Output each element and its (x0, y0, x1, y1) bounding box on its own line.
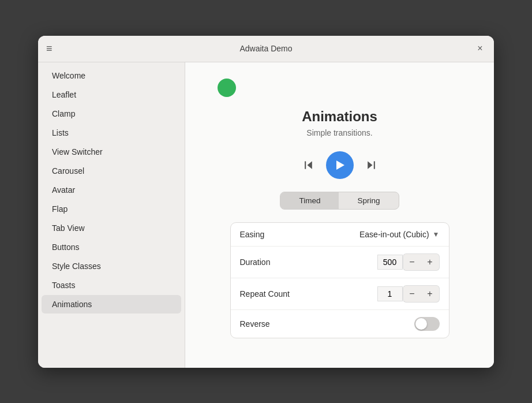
duration-label: Duration (240, 258, 377, 267)
easing-value: Ease-in-out (Cubic) (359, 230, 429, 239)
sidebar-item-tab-view[interactable]: Tab View (42, 219, 181, 237)
toggle-knob (415, 318, 427, 330)
reverse-row: Reverse (231, 310, 449, 338)
page-title: Animations (302, 109, 377, 125)
sidebar-item-view-switcher[interactable]: View Switcher (42, 143, 181, 161)
sidebar-item-animations[interactable]: Animations (42, 295, 181, 314)
animation-tabs: Timed Spring (280, 192, 399, 210)
easing-label: Easing (240, 230, 360, 239)
duration-decrement[interactable]: − (403, 253, 421, 271)
easing-dropdown[interactable]: Ease-in-out (Cubic) ▼ (359, 230, 440, 239)
svg-marker-2 (368, 161, 372, 169)
reverse-toggle[interactable] (414, 317, 440, 331)
easing-row: Easing Ease-in-out (Cubic) ▼ (231, 223, 449, 247)
close-button[interactable]: × (474, 43, 486, 54)
repeat-count-value: 1 (377, 286, 403, 301)
page-subtitle: Simple transitions. (306, 128, 372, 137)
repeat-count-row: Repeat Count 1 − + (231, 278, 449, 310)
duration-value: 500 (377, 255, 403, 270)
chevron-down-icon: ▼ (433, 230, 440, 238)
repeat-count-label: Repeat Count (240, 289, 377, 298)
repeat-count-stepper: 1 − + (377, 285, 440, 303)
sidebar-item-style-classes[interactable]: Style Classes (42, 257, 181, 275)
sidebar-item-lists[interactable]: Lists (42, 124, 181, 142)
player-controls (299, 151, 380, 179)
repeat-count-decrement[interactable]: − (403, 285, 421, 303)
skip-forward-button[interactable] (362, 156, 380, 174)
titlebar: ≡ Adwaita Demo × (38, 36, 494, 62)
repeat-count-increment[interactable]: + (421, 285, 440, 303)
main-panel: Animations Simple transitions. (185, 62, 494, 368)
skip-back-button[interactable] (299, 156, 318, 174)
sidebar-item-welcome[interactable]: Welcome (42, 66, 181, 85)
reverse-label: Reverse (240, 319, 414, 329)
settings-panel: Easing Ease-in-out (Cubic) ▼ Duration 50… (230, 222, 449, 338)
play-icon (336, 161, 344, 170)
titlebar-left: ≡ (46, 43, 53, 54)
sidebar-item-carousel[interactable]: Carousel (42, 162, 181, 180)
hamburger-icon[interactable]: ≡ (46, 43, 53, 54)
tab-spring[interactable]: Spring (339, 192, 398, 209)
sidebar-item-buttons[interactable]: Buttons (42, 238, 181, 256)
sidebar-item-clamp[interactable]: Clamp (42, 105, 181, 123)
duration-increment[interactable]: + (421, 253, 440, 271)
tab-timed[interactable]: Timed (280, 192, 339, 209)
app-window: ≡ Adwaita Demo × WelcomeLeafletClampList… (38, 36, 494, 368)
content-area: WelcomeLeafletClampListsView SwitcherCar… (38, 62, 494, 368)
animation-ball (218, 79, 236, 97)
sidebar-item-avatar[interactable]: Avatar (42, 181, 181, 199)
duration-stepper: 500 − + (377, 253, 440, 271)
sidebar: WelcomeLeafletClampListsView SwitcherCar… (38, 62, 185, 368)
window-title: Adwaita Demo (239, 44, 292, 53)
duration-row: Duration 500 − + (231, 247, 449, 278)
sidebar-item-flap[interactable]: Flap (42, 200, 181, 218)
sidebar-item-toasts[interactable]: Toasts (42, 276, 181, 294)
sidebar-item-leaflet[interactable]: Leaflet (42, 85, 181, 104)
play-button[interactable] (326, 151, 354, 179)
svg-marker-0 (307, 161, 312, 169)
